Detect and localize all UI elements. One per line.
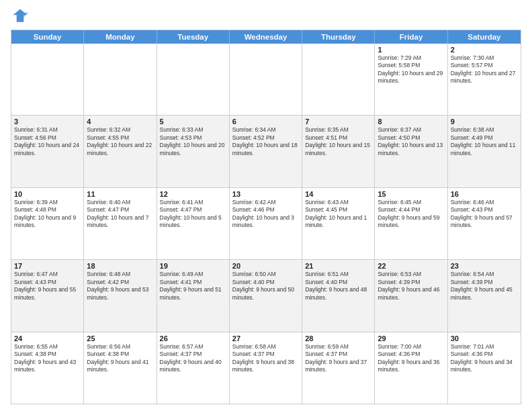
day-info: Sunrise: 6:57 AM Sunset: 4:37 PM Dayligh… [160,343,226,374]
calendar-cell: 2Sunrise: 7:30 AM Sunset: 5:57 PM Daylig… [448,44,521,115]
day-info: Sunrise: 6:38 AM Sunset: 4:49 PM Dayligh… [451,126,518,157]
day-info: Sunrise: 6:32 AM Sunset: 4:55 PM Dayligh… [87,126,153,157]
svg-marker-1 [24,13,28,17]
day-number: 15 [378,190,444,198]
calendar-cell: 7Sunrise: 6:35 AM Sunset: 4:51 PM Daylig… [302,116,375,187]
weekday-header-tuesday: Tuesday [157,30,230,44]
calendar-cell: 5Sunrise: 6:33 AM Sunset: 4:53 PM Daylig… [157,116,230,187]
calendar-row-3: 17Sunrise: 6:47 AM Sunset: 4:43 PM Dayli… [11,259,521,331]
day-number: 6 [232,118,299,126]
day-info: Sunrise: 6:33 AM Sunset: 4:53 PM Dayligh… [160,126,226,157]
calendar-cell [157,44,230,115]
page: SundayMondayTuesdayWednesdayThursdayFrid… [0,0,532,411]
day-number: 26 [160,334,226,342]
day-number: 9 [451,118,518,126]
day-number: 4 [87,118,153,126]
day-info: Sunrise: 6:34 AM Sunset: 4:52 PM Dayligh… [232,126,299,157]
calendar: SundayMondayTuesdayWednesdayThursdayFrid… [11,30,521,404]
day-number: 17 [14,262,81,270]
day-number: 14 [305,190,371,198]
day-number: 23 [451,262,518,270]
day-info: Sunrise: 6:53 AM Sunset: 4:39 PM Dayligh… [378,271,444,302]
day-number: 18 [87,262,153,270]
calendar-cell: 18Sunrise: 6:48 AM Sunset: 4:42 PM Dayli… [84,260,157,331]
calendar-cell: 21Sunrise: 6:51 AM Sunset: 4:40 PM Dayli… [302,260,375,331]
calendar-cell: 16Sunrise: 6:46 AM Sunset: 4:43 PM Dayli… [448,188,521,259]
calendar-cell: 15Sunrise: 6:45 AM Sunset: 4:44 PM Dayli… [375,188,447,259]
day-info: Sunrise: 6:55 AM Sunset: 4:38 PM Dayligh… [14,343,81,374]
calendar-cell: 17Sunrise: 6:47 AM Sunset: 4:43 PM Dayli… [11,260,84,331]
weekday-header-sunday: Sunday [11,30,84,44]
day-number: 7 [305,118,371,126]
day-info: Sunrise: 6:46 AM Sunset: 4:43 PM Dayligh… [451,199,518,230]
calendar-cell: 14Sunrise: 6:43 AM Sunset: 4:45 PM Dayli… [302,188,375,259]
day-info: Sunrise: 6:40 AM Sunset: 4:47 PM Dayligh… [87,199,153,230]
calendar-header: SundayMondayTuesdayWednesdayThursdayFrid… [11,30,521,44]
calendar-cell [11,44,84,115]
calendar-cell: 28Sunrise: 6:59 AM Sunset: 4:37 PM Dayli… [302,332,375,404]
weekday-header-friday: Friday [375,30,447,44]
calendar-body: 1Sunrise: 7:29 AM Sunset: 5:58 PM Daylig… [11,44,521,404]
calendar-row-0: 1Sunrise: 7:29 AM Sunset: 5:58 PM Daylig… [11,44,521,115]
calendar-row-2: 10Sunrise: 6:39 AM Sunset: 4:48 PM Dayli… [11,187,521,259]
calendar-cell: 4Sunrise: 6:32 AM Sunset: 4:55 PM Daylig… [84,116,157,187]
calendar-row-1: 3Sunrise: 6:31 AM Sunset: 4:56 PM Daylig… [11,115,521,187]
day-info: Sunrise: 6:31 AM Sunset: 4:56 PM Dayligh… [14,126,81,157]
day-info: Sunrise: 6:56 AM Sunset: 4:38 PM Dayligh… [87,343,153,374]
logo-icon [11,7,30,26]
day-info: Sunrise: 7:29 AM Sunset: 5:58 PM Dayligh… [378,54,444,85]
weekday-header-thursday: Thursday [302,30,375,44]
calendar-cell [230,44,302,115]
day-number: 2 [451,46,518,54]
day-info: Sunrise: 7:00 AM Sunset: 4:36 PM Dayligh… [378,343,444,374]
day-number: 30 [451,334,518,342]
day-info: Sunrise: 6:49 AM Sunset: 4:41 PM Dayligh… [160,271,226,302]
calendar-cell: 3Sunrise: 6:31 AM Sunset: 4:56 PM Daylig… [11,116,84,187]
day-number: 24 [14,334,81,342]
calendar-cell: 8Sunrise: 6:37 AM Sunset: 4:50 PM Daylig… [375,116,447,187]
day-number: 1 [378,46,444,54]
day-info: Sunrise: 6:59 AM Sunset: 4:37 PM Dayligh… [305,343,371,374]
day-number: 27 [232,334,299,342]
day-info: Sunrise: 6:37 AM Sunset: 4:50 PM Dayligh… [378,126,444,157]
calendar-cell: 22Sunrise: 6:53 AM Sunset: 4:39 PM Dayli… [375,260,447,331]
day-info: Sunrise: 6:51 AM Sunset: 4:40 PM Dayligh… [305,271,371,302]
weekday-header-wednesday: Wednesday [230,30,302,44]
calendar-cell [84,44,157,115]
day-info: Sunrise: 6:39 AM Sunset: 4:48 PM Dayligh… [14,199,81,230]
day-info: Sunrise: 6:35 AM Sunset: 4:51 PM Dayligh… [305,126,371,157]
calendar-cell: 1Sunrise: 7:29 AM Sunset: 5:58 PM Daylig… [375,44,447,115]
day-info: Sunrise: 6:45 AM Sunset: 4:44 PM Dayligh… [378,199,444,230]
weekday-header-saturday: Saturday [448,30,521,44]
day-info: Sunrise: 6:42 AM Sunset: 4:46 PM Dayligh… [232,199,299,230]
day-info: Sunrise: 6:58 AM Sunset: 4:37 PM Dayligh… [232,343,299,374]
day-number: 8 [378,118,444,126]
calendar-cell: 26Sunrise: 6:57 AM Sunset: 4:37 PM Dayli… [157,332,230,404]
calendar-cell: 29Sunrise: 7:00 AM Sunset: 4:36 PM Dayli… [375,332,447,404]
day-number: 5 [160,118,226,126]
day-number: 29 [378,334,444,342]
day-number: 11 [87,190,153,198]
logo [11,7,32,26]
calendar-cell: 10Sunrise: 6:39 AM Sunset: 4:48 PM Dayli… [11,188,84,259]
day-number: 19 [160,262,226,270]
calendar-cell: 25Sunrise: 6:56 AM Sunset: 4:38 PM Dayli… [84,332,157,404]
calendar-row-4: 24Sunrise: 6:55 AM Sunset: 4:38 PM Dayli… [11,332,521,404]
calendar-cell: 9Sunrise: 6:38 AM Sunset: 4:49 PM Daylig… [448,116,521,187]
day-info: Sunrise: 7:30 AM Sunset: 5:57 PM Dayligh… [451,54,518,85]
day-info: Sunrise: 6:50 AM Sunset: 4:40 PM Dayligh… [232,271,299,302]
calendar-cell: 20Sunrise: 6:50 AM Sunset: 4:40 PM Dayli… [230,260,302,331]
calendar-cell: 13Sunrise: 6:42 AM Sunset: 4:46 PM Dayli… [230,188,302,259]
day-number: 12 [160,190,226,198]
day-number: 16 [451,190,518,198]
calendar-cell: 27Sunrise: 6:58 AM Sunset: 4:37 PM Dayli… [230,332,302,404]
day-info: Sunrise: 6:54 AM Sunset: 4:39 PM Dayligh… [451,271,518,302]
day-number: 20 [232,262,299,270]
weekday-header-monday: Monday [84,30,157,44]
day-number: 28 [305,334,371,342]
calendar-cell: 11Sunrise: 6:40 AM Sunset: 4:47 PM Dayli… [84,188,157,259]
day-info: Sunrise: 6:47 AM Sunset: 4:43 PM Dayligh… [14,271,81,302]
day-info: Sunrise: 6:41 AM Sunset: 4:47 PM Dayligh… [160,199,226,230]
calendar-cell: 30Sunrise: 7:01 AM Sunset: 4:36 PM Dayli… [448,332,521,404]
day-info: Sunrise: 6:43 AM Sunset: 4:45 PM Dayligh… [305,199,371,230]
